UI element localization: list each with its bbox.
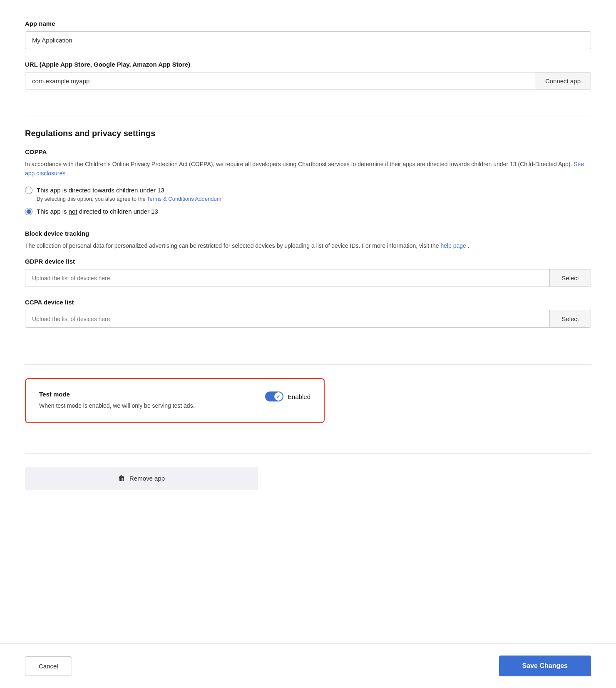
terms-conditions-link[interactable]: Terms & Conditions Addendum <box>147 196 221 202</box>
connect-app-button[interactable]: Connect app <box>535 72 591 90</box>
app-name-input[interactable] <box>25 31 591 49</box>
toggle-thumb: ✓ <box>274 392 283 401</box>
coppa-not-directed-label: This app is not directed to children und… <box>37 207 158 217</box>
remove-app-button[interactable]: 🗑 Remove app <box>25 467 258 490</box>
app-url-field-group: Connect app <box>25 72 591 90</box>
gdpr-select-button[interactable]: Select <box>549 269 591 287</box>
gdpr-input-row: Select <box>25 269 591 287</box>
ccpa-select-button[interactable]: Select <box>549 310 591 327</box>
footer-bar: Cancel Save Changes <box>0 643 616 688</box>
test-mode-title: Test mode <box>39 391 248 398</box>
toggle-label: Enabled <box>288 393 310 400</box>
ccpa-device-input[interactable] <box>25 310 549 327</box>
coppa-section: COPPA In accordance with the Children's … <box>25 148 591 217</box>
coppa-title: COPPA <box>25 148 591 155</box>
test-mode-description: When test mode is enabled, we will only … <box>39 401 248 410</box>
gdpr-device-input[interactable] <box>25 269 549 287</box>
block-tracking-section: Block device tracking The collection of … <box>25 230 591 250</box>
regulations-title: Regulations and privacy settings <box>25 129 591 138</box>
coppa-radio-group: This app is directed towards children un… <box>25 186 591 217</box>
test-mode-toggle-area: ✓ Enabled <box>265 391 310 401</box>
app-name-label: App name <box>25 20 591 27</box>
coppa-option1: This app is directed towards children un… <box>25 186 591 202</box>
coppa-option2: This app is not directed to children und… <box>25 207 591 217</box>
coppa-description: In accordance with the Children's Online… <box>25 160 591 178</box>
ccpa-input-row: Select <box>25 310 591 328</box>
toggle-track: ✓ <box>265 391 283 401</box>
ccpa-section: CCPA device list Select <box>25 299 591 328</box>
test-mode-box: Test mode When test mode is enabled, we … <box>25 378 325 423</box>
gdpr-label: GDPR device list <box>25 258 591 265</box>
trash-icon: 🗑 <box>118 474 125 483</box>
coppa-directed-radio[interactable] <box>25 187 32 194</box>
test-mode-divider <box>25 364 591 365</box>
app-url-label: URL (Apple App Store, Google Play, Amazo… <box>25 61 591 68</box>
remove-app-label: Remove app <box>129 475 165 482</box>
help-page-link[interactable]: help page <box>440 242 466 249</box>
ccpa-label: CCPA device list <box>25 299 591 306</box>
save-changes-button[interactable]: Save Changes <box>499 656 591 676</box>
block-tracking-description: The collection of personal data for pers… <box>25 241 591 250</box>
test-mode-content: Test mode When test mode is enabled, we … <box>39 391 248 410</box>
block-tracking-title: Block device tracking <box>25 230 591 237</box>
coppa-not-directed-radio[interactable] <box>25 208 32 215</box>
test-mode-toggle[interactable]: ✓ <box>265 391 283 401</box>
coppa-directed-label: This app is directed towards children un… <box>37 186 221 195</box>
gdpr-section: GDPR device list Select <box>25 258 591 287</box>
app-url-input[interactable] <box>25 72 535 90</box>
toggle-check-icon: ✓ <box>276 394 280 399</box>
section-divider <box>25 115 591 115</box>
coppa-directed-sublabel: By selecting this option, you also agree… <box>37 196 221 202</box>
remove-divider <box>25 453 591 454</box>
cancel-button[interactable]: Cancel <box>25 656 72 676</box>
